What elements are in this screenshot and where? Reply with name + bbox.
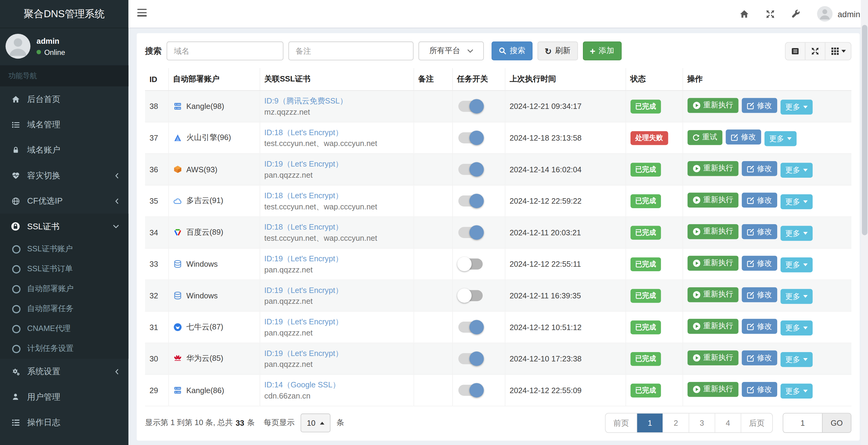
fullscreen-icon[interactable] <box>766 9 775 19</box>
task-switch[interactable] <box>457 320 484 335</box>
more-button[interactable]: 更多 <box>780 384 812 399</box>
more-button[interactable]: 更多 <box>780 289 812 304</box>
more-button[interactable]: 更多 <box>780 321 812 336</box>
sidebar-item[interactable]: 系统设置 <box>0 359 128 384</box>
columns-button[interactable] <box>825 42 851 59</box>
rerun-button[interactable]: 重新执行 <box>687 192 738 208</box>
add-button[interactable]: + 添加 <box>583 42 621 60</box>
task-switch[interactable] <box>457 257 484 271</box>
edit-button[interactable]: 修改 <box>725 129 761 145</box>
page-button[interactable]: 2 <box>662 414 688 432</box>
page-size-dropdown[interactable]: 10 <box>301 414 330 432</box>
task-switch[interactable] <box>457 99 484 114</box>
play-circle-icon <box>692 101 701 109</box>
rerun-button[interactable]: 重新执行 <box>687 319 738 334</box>
cert-link[interactable]: ID:19（Let's Encrypt） <box>264 348 409 359</box>
sidebar-subitem[interactable]: 自动部署账户 <box>0 279 128 299</box>
detail-view-button[interactable] <box>786 42 805 59</box>
search-button[interactable]: 搜索 <box>492 42 532 60</box>
sidebar-item[interactable]: SSL证书 <box>0 214 128 239</box>
sidebar-item[interactable]: 域名账户 <box>0 137 128 163</box>
cert-link[interactable]: ID:18（Let's Encrypt） <box>264 127 409 138</box>
scrollbar[interactable] <box>861 0 868 445</box>
cert-link[interactable]: ID:19（Let's Encrypt） <box>264 158 409 169</box>
edit-button[interactable]: 修改 <box>742 351 777 365</box>
more-button[interactable]: 更多 <box>764 131 796 146</box>
edit-button[interactable]: 修改 <box>742 161 777 176</box>
rerun-button[interactable]: 重新执行 <box>687 382 738 397</box>
scrollbar-thumb[interactable] <box>862 25 867 235</box>
task-switch[interactable] <box>457 131 484 145</box>
account-name: 多吉云(91) <box>186 196 223 206</box>
task-switch[interactable] <box>457 288 484 303</box>
rerun-button[interactable]: 重新执行 <box>687 287 738 302</box>
page-button[interactable]: 后页 <box>741 414 772 432</box>
cert-domains: pan.qqzzz.net <box>264 169 409 181</box>
sidebar-item[interactable]: CF优选IP <box>0 188 128 214</box>
rerun-button[interactable]: 重新执行 <box>687 98 738 113</box>
sidebar-item[interactable]: 容灾切换 <box>0 163 128 188</box>
more-button[interactable]: 更多 <box>780 100 812 115</box>
page-button[interactable]: 1 <box>637 414 662 432</box>
task-switch[interactable] <box>457 351 484 366</box>
more-button[interactable]: 更多 <box>780 352 812 367</box>
edit-button[interactable]: 修改 <box>742 288 777 303</box>
last-run-time: 2024-12-12 22:55:09 <box>505 374 625 406</box>
cert-link[interactable]: ID:19（Let's Encrypt） <box>264 253 409 264</box>
sidebar-subitem[interactable]: SSL证书账户 <box>0 239 128 259</box>
sidebar-item[interactable]: 域名管理 <box>0 112 128 137</box>
page-button[interactable]: 3 <box>688 414 714 432</box>
edit-button[interactable]: 修改 <box>742 224 777 240</box>
goto-page-input[interactable] <box>783 414 822 432</box>
retry-button[interactable]: 重试 <box>687 130 722 145</box>
platform-select[interactable]: 所有平台 <box>418 42 484 60</box>
cert-link[interactable]: ID:19（Let's Encrypt） <box>264 316 409 327</box>
rerun-button[interactable]: 重新执行 <box>687 224 738 239</box>
rerun-button[interactable]: 重新执行 <box>687 256 738 271</box>
sidebar-toggle-icon[interactable] <box>137 9 147 18</box>
task-switch[interactable] <box>457 194 484 208</box>
sidebar-item[interactable]: 用户管理 <box>0 384 128 409</box>
rerun-button[interactable]: 重新执行 <box>687 350 738 365</box>
cert-link[interactable]: ID:9（腾讯云免费SSL） <box>264 95 409 106</box>
edit-button[interactable]: 修改 <box>742 319 777 334</box>
cert-link[interactable]: ID:18（Let's Encrypt） <box>264 221 409 233</box>
account-name: 百度云(89) <box>186 227 223 237</box>
cert-link[interactable]: ID:18（Let's Encrypt） <box>264 190 409 201</box>
home-icon[interactable] <box>740 9 749 19</box>
edit-button[interactable]: 修改 <box>742 193 777 208</box>
more-button[interactable]: 更多 <box>780 258 812 273</box>
edit-button[interactable]: 修改 <box>742 256 777 271</box>
sidebar-subitem[interactable]: 自动部署任务 <box>0 299 128 319</box>
play-circle-icon <box>692 290 701 299</box>
rerun-button[interactable]: 重新执行 <box>687 161 738 176</box>
go-button[interactable]: GO <box>822 414 851 432</box>
ssl-lock-icon <box>8 222 23 231</box>
more-button[interactable]: 更多 <box>780 226 812 241</box>
page-button[interactable]: 前页 <box>606 414 637 432</box>
more-button[interactable]: 更多 <box>780 163 812 178</box>
refresh-button[interactable]: ↻ 刷新 <box>538 42 578 60</box>
sidebar-subitem[interactable]: 计划任务设置 <box>0 339 128 359</box>
cert-link[interactable]: ID:14（Google SSL） <box>264 379 409 390</box>
user-menu[interactable]: admin <box>817 6 860 22</box>
sidebar-subitem[interactable]: CNAME代理 <box>0 319 128 339</box>
sidebar-subitem[interactable]: SSL证书订单 <box>0 259 128 279</box>
task-switch[interactable] <box>457 162 484 177</box>
table-row: 34 百度云(89) ID:18（Let's Encrypt）test.cccy… <box>145 217 851 248</box>
wrench-icon[interactable] <box>792 9 800 18</box>
sidebar-item[interactable]: 后台首页 <box>0 86 128 112</box>
more-button[interactable]: 更多 <box>780 194 812 210</box>
task-switch[interactable] <box>457 225 484 240</box>
edit-button[interactable]: 修改 <box>742 382 777 397</box>
domain-search-input[interactable] <box>166 42 283 60</box>
task-switch[interactable] <box>457 383 484 398</box>
page-button[interactable]: 4 <box>715 414 741 432</box>
fullscreen-table-button[interactable] <box>805 42 825 59</box>
cert-link[interactable]: ID:19（Let's Encrypt） <box>264 285 409 296</box>
sidebar-item[interactable]: 操作日志 <box>0 410 128 435</box>
edit-button[interactable]: 修改 <box>742 98 777 113</box>
row-actions: 重新执行修改更多 <box>682 154 851 185</box>
online-dot-icon <box>36 50 41 54</box>
note-search-input[interactable] <box>288 42 414 60</box>
